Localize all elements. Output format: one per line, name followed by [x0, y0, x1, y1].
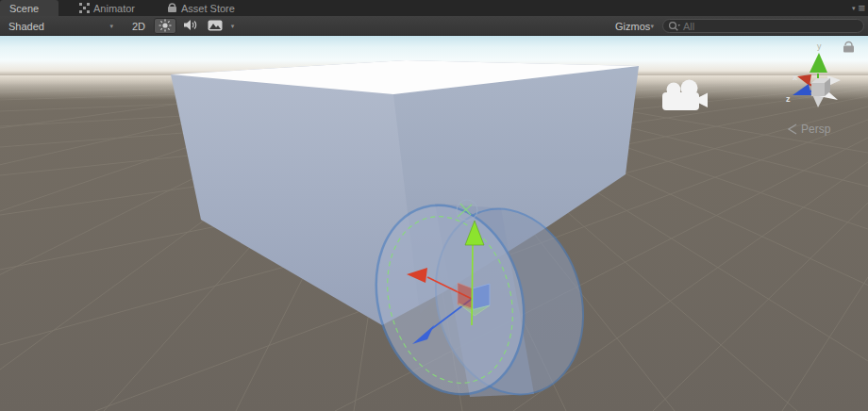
scene-search-field[interactable]: All	[662, 19, 864, 33]
shading-mode-label: Shaded	[8, 21, 44, 32]
chevron-down-icon: ▾	[109, 23, 113, 30]
effects-toggle-button[interactable]	[203, 18, 227, 34]
lighting-toggle-button[interactable]	[154, 18, 176, 34]
scene-toolbar: Shaded ▾ 2D	[0, 16, 868, 36]
image-icon	[208, 20, 223, 33]
sun-icon	[159, 19, 172, 34]
z-axis-label: z	[786, 94, 791, 104]
y-axis-label: y	[817, 41, 822, 51]
projection-toggle[interactable]: Persp	[789, 123, 831, 136]
tab-bar: Scene Animator Asset Store ▾ ≡	[0, 0, 868, 16]
padlock-icon[interactable]	[843, 42, 854, 53]
scene-3d-render[interactable]: y x z Persp	[0, 36, 868, 411]
tab-asset-store[interactable]: Asset Store	[158, 0, 244, 16]
gizmo-center-cube[interactable]	[811, 83, 825, 96]
tab-animator[interactable]: Animator	[70, 0, 144, 16]
y-axis-handle[interactable]	[472, 244, 473, 325]
x-axis-label: x	[793, 73, 797, 82]
2d-label: 2D	[132, 21, 145, 32]
magnifier-icon	[668, 21, 680, 32]
tab-scene[interactable]: Scene	[0, 0, 58, 16]
2d-toggle-button[interactable]: 2D	[126, 18, 151, 34]
audio-toggle-button[interactable]	[178, 18, 201, 34]
projection-label: Persp	[801, 123, 831, 136]
shopping-bag-icon	[167, 3, 177, 13]
animator-icon	[79, 3, 90, 13]
window-dropdown-icon[interactable]: ▾	[852, 5, 856, 12]
tab-scene-label: Scene	[9, 3, 39, 14]
gizmo-y-cone[interactable]	[810, 53, 827, 73]
speaker-icon	[183, 19, 197, 33]
shading-mode-dropdown[interactable]: Shaded ▾	[2, 18, 117, 34]
gizmos-label: Gizmos	[615, 21, 650, 32]
tab-asset-store-label: Asset Store	[181, 3, 235, 14]
gizmos-dropdown[interactable]: Gizmos ▾	[609, 18, 658, 34]
scene-viewport[interactable]: y x z Persp	[0, 36, 868, 411]
effects-dropdown-button[interactable]: ▾	[227, 18, 238, 34]
window-menu-icon[interactable]: ≡	[858, 4, 865, 13]
chevron-down-icon: ▾	[650, 23, 654, 30]
chevron-down-icon: ▾	[231, 23, 235, 30]
tab-animator-label: Animator	[93, 3, 135, 14]
search-filter-value: All	[683, 21, 694, 32]
